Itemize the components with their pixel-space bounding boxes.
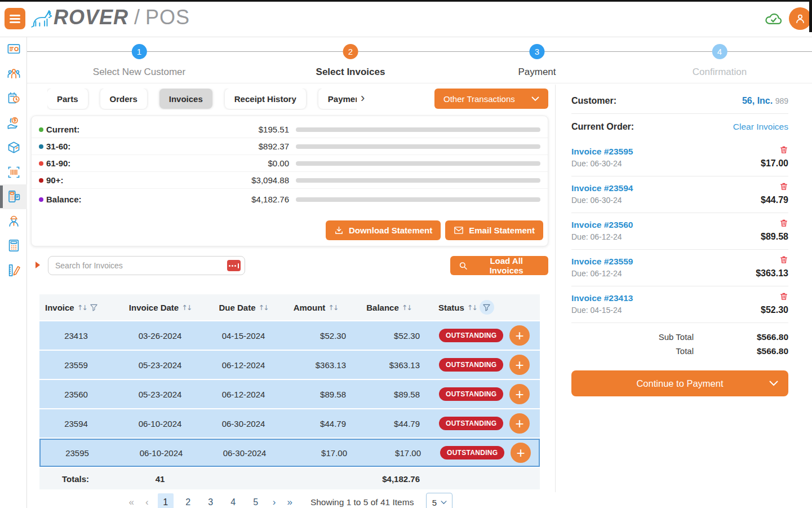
- add-invoice-button[interactable]: +: [509, 355, 530, 375]
- tab-receipt-history[interactable]: Receipt History: [225, 89, 306, 109]
- column-header-balance[interactable]: Balance↑↓: [352, 303, 426, 312]
- sidebar-item-customers[interactable]: [0, 62, 27, 87]
- status-badge: OUTSTANDING: [439, 387, 503, 401]
- email-statement-button[interactable]: Email Statement: [445, 220, 543, 240]
- invoice-row-23595[interactable]: 23595 06-10-2024 06-30-2024 $17.00 $17.0…: [39, 439, 540, 467]
- other-transactions-button[interactable]: Other Transactions: [434, 89, 548, 109]
- next-page-button[interactable]: ›: [270, 497, 278, 508]
- page-size-select[interactable]: 5: [426, 493, 452, 508]
- cloud-sync-check-icon[interactable]: [764, 10, 783, 26]
- step-payment[interactable]: 3 Payment: [518, 37, 556, 78]
- order-item-23560: Invoice #23560 Due: 06-12-24$89.58: [571, 213, 788, 250]
- column-header-status[interactable]: Status↑↓: [426, 300, 502, 315]
- order-invoice-link[interactable]: Invoice #23595: [571, 147, 633, 157]
- top-bar: ROVER / POS: [0, 0, 812, 37]
- total-row: Total $566.80: [571, 346, 788, 356]
- add-invoice-button[interactable]: +: [509, 384, 530, 404]
- status-badge: OUTSTANDING: [439, 329, 503, 342]
- order-invoice-link[interactable]: Invoice #23413: [571, 293, 633, 303]
- order-invoice-link[interactable]: Invoice #23560: [571, 220, 633, 230]
- aging-row-61-90: 61-90: $0.00: [32, 155, 548, 172]
- step-select-new-customer[interactable]: 1 Select New Customer: [93, 37, 185, 78]
- tab-parts[interactable]: Parts: [47, 89, 88, 109]
- 61-90-dot: [39, 161, 43, 166]
- continue-to-payment-button[interactable]: Continue to Payment: [571, 370, 788, 396]
- sidebar-item-estimates[interactable]: [0, 258, 27, 283]
- invoice-row-23560[interactable]: 23560 05-23-2024 06-12-2024 $89.58 $89.5…: [39, 380, 540, 408]
- column-header-invoice[interactable]: Invoice↑↓: [39, 303, 113, 312]
- order-invoice-link[interactable]: Invoice #23559: [571, 257, 633, 267]
- balance-dot: [39, 197, 43, 202]
- download-icon: [334, 226, 344, 235]
- customer-name-link[interactable]: 56, Inc.: [742, 96, 773, 105]
- tab-invoices[interactable]: Invoices: [159, 89, 212, 109]
- invoice-row-23413[interactable]: 23413 03-26-2024 04-15-2024 $52.30 $52.3…: [39, 321, 540, 350]
- current-order-label: Current Order:: [571, 122, 634, 132]
- page-button-1[interactable]: 1: [158, 493, 174, 508]
- page-button-4[interactable]: 4: [225, 493, 241, 508]
- aging-summary-card: Current: $195.51 31-60: $892.37 61-90: $…: [31, 116, 548, 246]
- trash-icon[interactable]: [779, 255, 788, 264]
- schedule-icon: [6, 91, 21, 106]
- trash-icon[interactable]: [779, 291, 788, 301]
- last-page-button[interactable]: »: [285, 497, 294, 508]
- page-button-3[interactable]: 3: [203, 493, 219, 508]
- sidebar-item-dashboard[interactable]: [0, 37, 27, 62]
- status-filter-funnel-icon[interactable]: [480, 300, 494, 315]
- table-totals-row: Totals: 41 $4,182.76: [39, 468, 540, 489]
- download-statement-button[interactable]: Download Statement: [326, 220, 441, 240]
- trash-icon[interactable]: [779, 145, 788, 154]
- search-icon: [459, 261, 468, 271]
- page-button-5[interactable]: 5: [248, 493, 264, 508]
- tab-payment[interactable]: Payment: [318, 89, 357, 109]
- add-invoice-button[interactable]: +: [511, 443, 531, 463]
- step-select-invoices[interactable]: 2 Select Invoices: [316, 37, 385, 78]
- sidebar-item-calculator[interactable]: [0, 233, 27, 258]
- page-button-2[interactable]: 2: [180, 493, 196, 508]
- invoice-search-input[interactable]: [48, 256, 245, 275]
- column-header-amount[interactable]: Amount↑↓: [279, 303, 352, 312]
- trash-icon[interactable]: [779, 182, 788, 191]
- load-all-invoices-button[interactable]: Load All Invoices: [450, 256, 548, 275]
- user-avatar[interactable]: [789, 7, 811, 30]
- add-invoice-button[interactable]: +: [509, 413, 530, 434]
- invoice-row-23559[interactable]: 23559 05-23-2024 06-12-2024 $363.13 $363…: [39, 351, 540, 379]
- column-header-invoice-date[interactable]: Invoice Date↑↓: [113, 303, 207, 312]
- aging-row-31-60: 31-60: $892.37: [32, 138, 548, 155]
- order-item-23594: Invoice #23594 Due: 06-30-24$44.79: [571, 176, 788, 213]
- add-invoice-button[interactable]: +: [509, 325, 530, 346]
- step-3-circle: 3: [530, 44, 545, 59]
- sort-icon: ↑↓: [77, 303, 87, 312]
- chevron-down-icon: [441, 501, 447, 505]
- tabs-scroll-right-icon[interactable]: ›: [361, 91, 365, 105]
- collapse-arrow-icon[interactable]: [36, 262, 40, 268]
- sidebar-item-technician[interactable]: [0, 209, 27, 234]
- sidebar-item-pos-register[interactable]: [0, 184, 27, 209]
- sidebar-item-inventory[interactable]: [0, 135, 27, 160]
- clear-invoices-link[interactable]: Clear Invoices: [733, 122, 788, 132]
- invoice-row-23594[interactable]: 23594 06-10-2024 06-30-2024 $44.79 $44.7…: [39, 409, 540, 438]
- table-header-row: Invoice↑↓ Invoice Date↑↓ Due Date↑↓ Amou…: [39, 294, 540, 320]
- sort-icon: ↑↓: [402, 303, 411, 312]
- barcode-icon: [6, 165, 21, 180]
- hamburger-menu-icon[interactable]: [5, 8, 25, 29]
- tab-orders[interactable]: Orders: [100, 89, 147, 109]
- sidebar-item-schedule[interactable]: [0, 86, 27, 111]
- trash-icon[interactable]: [779, 218, 788, 228]
- sidebar-item-barcode[interactable]: [0, 160, 27, 185]
- sort-icon: ↑↓: [328, 303, 338, 312]
- onscreen-keyboard-icon[interactable]: [227, 260, 241, 271]
- step-confirmation[interactable]: 4 Confirmation: [693, 37, 747, 78]
- filter-funnel-icon[interactable]: [90, 303, 98, 312]
- first-page-button[interactable]: «: [127, 497, 136, 508]
- customer-id: 989: [775, 96, 788, 105]
- sort-icon: ↑↓: [181, 303, 191, 312]
- chevron-down-icon: [531, 96, 539, 101]
- envelope-icon: [454, 226, 464, 235]
- ruler-pencil-icon: [6, 263, 21, 278]
- order-invoice-link[interactable]: Invoice #23594: [571, 183, 633, 193]
- column-header-due-date[interactable]: Due Date↑↓: [207, 303, 279, 312]
- balance-bar: [296, 197, 540, 202]
- prev-page-button[interactable]: ‹: [143, 497, 151, 508]
- sidebar-item-payments-received[interactable]: [0, 111, 27, 136]
